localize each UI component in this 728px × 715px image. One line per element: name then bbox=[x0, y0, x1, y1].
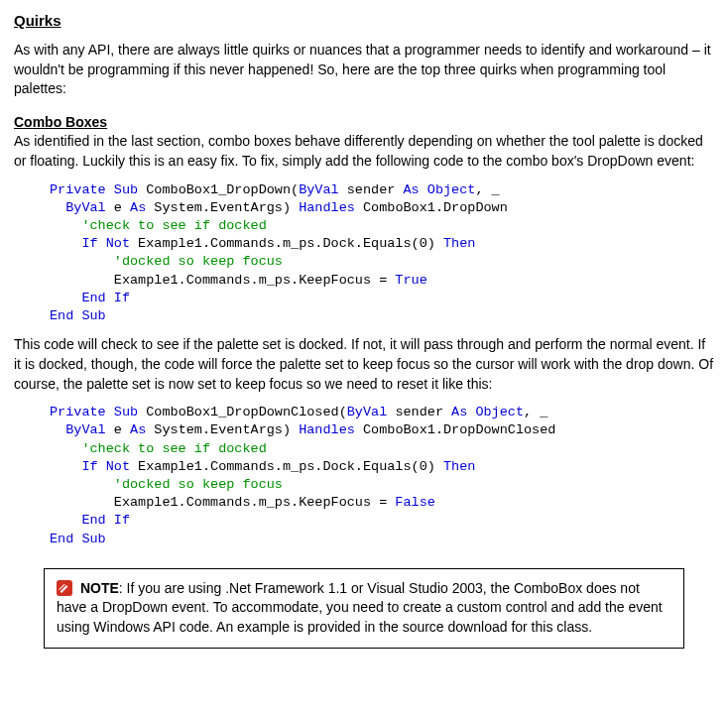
section-heading-combo-boxes: Combo Boxes bbox=[14, 113, 714, 133]
note-text: : If you are using .Net Framework 1.1 or… bbox=[57, 580, 663, 635]
code-block-dropdown: Private Sub ComboBox1_DropDown(ByVal sen… bbox=[50, 181, 714, 326]
code-block-dropdownclosed: Private Sub ComboBox1_DropDownClosed(ByV… bbox=[50, 404, 714, 548]
intro-paragraph: As with any API, there are always little… bbox=[14, 41, 714, 99]
mid-paragraph: This code will check to see if the palet… bbox=[14, 335, 714, 394]
pencil-icon bbox=[57, 580, 72, 596]
note-label: NOTE bbox=[80, 580, 119, 596]
page-title: Quirks bbox=[14, 10, 714, 31]
combo-intro-paragraph: As identified in the last section, combo… bbox=[14, 132, 714, 171]
note-box: NOTE: If you are using .Net Framework 1.… bbox=[44, 568, 684, 649]
